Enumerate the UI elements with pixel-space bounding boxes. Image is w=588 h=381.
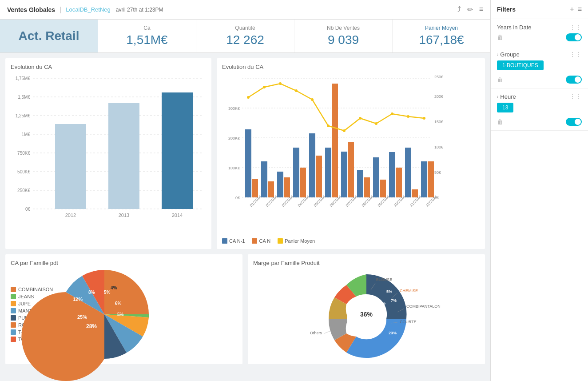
svg-point-65 [359,117,362,120]
svg-text:200€: 200€ [434,94,443,99]
share-icon[interactable]: ⤴ [457,5,461,14]
svg-text:300K€: 300K€ [228,106,240,111]
svg-text:BLOUSE: BLOUSE [376,277,393,282]
filter-heure-trash[interactable]: 🗑 [497,118,503,125]
edit-icon[interactable]: ✏ [467,5,473,14]
svg-text:2014: 2014 [172,213,183,218]
menu-icon[interactable]: ≡ [479,5,483,14]
svg-text:36%: 36% [360,311,373,318]
svg-text:CHEMISE: CHEMISE [400,289,418,293]
filter-heure-menu[interactable]: ⋮⋮ [569,93,582,100]
filters-add-button[interactable]: + [570,5,574,13]
filter-heure-title: Heure [500,93,516,100]
svg-text:1,25M€: 1,25M€ [16,113,31,118]
legend-panier-moyen: Panier Moyen [278,238,315,244]
filter-years-menu[interactable]: ⋮⋮ [569,24,582,31]
charts-row-bottom: CA par Famille pdt COMBINAISON JEANS [5,254,485,364]
marge-famille-title: Marge par Famille Produit [253,260,480,266]
header-sep: | [60,6,61,14]
filter-years-title: Years in Date [497,24,532,31]
ca-famille-container: COMBINAISON JEANS JUPE MANTEAU [11,270,237,359]
kpi-items: Ca 1,51M€ Quantité 12 262 Nb De Ventes 9… [98,20,490,52]
svg-text:COMBIPANTALON: COMBIPANTALON [406,304,441,309]
svg-point-58 [247,96,250,99]
ca-famille-title: CA par Famille pdt [11,260,237,266]
groupe-chip[interactable]: 1·BOUTIQUES [497,60,544,70]
filter-groupe-trash[interactable]: 🗑 [497,76,503,83]
svg-point-63 [327,124,330,127]
filter-groupe-toggle-row: 🗑 [497,76,582,84]
svg-rect-42 [309,133,315,197]
legend-ca-n1-dot [222,238,227,244]
svg-rect-50 [373,157,379,197]
legend-panier-moyen-label: Panier Moyen [285,238,315,244]
chart-evolution-left-title: Evolution du CA [11,64,206,70]
svg-rect-49 [364,177,370,197]
filter-years-trash[interactable]: 🗑 [497,34,503,41]
svg-text:250K€: 250K€ [17,188,30,193]
svg-text:2012: 2012 [65,213,76,218]
filters-menu-button[interactable]: ≡ [578,5,582,13]
legend-ca-n-label: CA N [259,238,270,244]
filter-groupe-toggle[interactable] [566,76,582,84]
svg-text:COURTE: COURTE [400,320,417,324]
expand-icon: › [497,52,498,57]
svg-text:0€: 0€ [25,207,31,212]
filter-heure-chip[interactable]: 13 [497,103,582,115]
svg-text:200K€: 200K€ [228,136,240,140]
svg-text:150€: 150€ [434,120,443,124]
svg-point-61 [295,89,298,92]
chart-marge-famille: Marge par Famille Produit [248,254,485,364]
svg-point-69 [423,117,425,120]
bar-chart-right: 0€ 100K€ 200K€ 300K€ 0€ 50€ 100€ 150€ 20… [222,74,449,234]
filter-years-in-date: Years in Date ⋮⋮ 🗑 [491,19,588,46]
kpi-panier-moyen-label: Panier Moyen [425,25,458,31]
filters-header: Filters + ≡ [491,0,588,19]
filters-panel: Filters + ≡ Years in Date ⋮⋮ 🗑 › Groupe … [490,0,588,381]
svg-rect-39 [284,177,290,197]
bar-2014 [162,92,193,209]
kpi-panier-moyen: Panier Moyen 167,18€ [392,20,490,52]
filters-title: Filters [497,6,570,13]
legend-combinaison: COMBINAISON [11,287,53,292]
filter-years-toggle[interactable] [566,33,582,41]
svg-point-67 [391,112,393,115]
svg-text:0€: 0€ [235,196,240,200]
svg-rect-36 [261,161,267,197]
filter-heure-expand[interactable]: › Heure [497,93,516,100]
filter-groupe-chip[interactable]: 1·BOUTIQUES [497,60,582,73]
svg-text:750K€: 750K€ [17,151,30,156]
kpi-bar: Act. Retail Ca 1,51M€ Quantité 12 262 Nb… [0,20,490,53]
filter-years-header: Years in Date ⋮⋮ [497,24,582,31]
kpi-quantite: Quantité 12 262 [196,20,294,52]
svg-rect-46 [341,152,347,197]
header-bar: Ventes Globales | LocalDB_RetNeg avril 2… [0,0,490,20]
kpi-ca: Ca 1,51M€ [98,20,196,52]
act-retail-label: Act. Retail [19,29,79,43]
svg-text:23%: 23% [389,331,397,335]
filter-groupe-title: Groupe [500,51,519,58]
legend-ca-n: CA N [252,238,270,244]
bar-2013 [108,103,139,209]
marge-container: 36% BLOUSE CHEMISE COMBIPANTALON COURTE … [253,270,480,359]
filter-groupe-menu[interactable]: ⋮⋮ [569,51,582,58]
dashboard-body: Evolution du CA 0€ 250K€ 500K€ 750K€ [0,53,490,381]
kpi-quantite-label: Quantité [235,25,255,31]
filter-heure-toggle[interactable] [566,118,582,126]
legend-ca-n1-label: CA N-1 [229,238,245,244]
svg-rect-34 [245,129,251,197]
svg-text:1,5M€: 1,5M€ [18,95,30,100]
heure-chip[interactable]: 13 [497,103,513,112]
kpi-quantite-value: 12 262 [226,33,264,47]
kpi-nb-ventes-value: 9 039 [328,33,359,47]
chart-evolution-left: Evolution du CA 0€ 250K€ 500K€ 750K€ [5,58,211,249]
legend-panier-moyen-dot [278,238,283,244]
svg-rect-53 [396,168,402,197]
svg-text:100€: 100€ [434,145,443,149]
filter-groupe-expand[interactable]: › Groupe [497,51,520,58]
chart-evolution-right: Evolution du CA 0€ 100K€ 200K€ 300K€ 0€ … [217,58,485,249]
kpi-ca-label: Ca [143,25,150,31]
svg-point-68 [407,115,409,118]
svg-point-64 [343,129,346,132]
svg-point-66 [375,122,377,125]
